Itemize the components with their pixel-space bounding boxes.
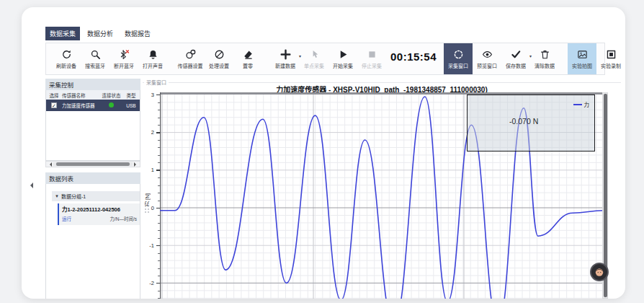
search-icon [89, 48, 102, 61]
data-item-status: 运行 [62, 215, 71, 222]
experiment-record-button[interactable]: 实验录制 [596, 43, 625, 74]
data-item-axes: 力/N—时间/s [109, 215, 137, 222]
disconnect-bluetooth-button[interactable]: 断开蓝牙 [109, 43, 138, 74]
y-tick-label: 1 [143, 167, 154, 173]
eraser-icon [242, 48, 254, 61]
data-group-label: 数据分组-1 [61, 193, 86, 200]
toolbar-button-label: 单点采集 [304, 62, 324, 69]
col-select-header: 选择 [46, 92, 62, 99]
app-window: 数据采集 数据分析 数据报告 刷新设备搜索蓝牙断开蓝牙打开声音传感器设置处理设置… [22, 7, 625, 299]
new-data-button[interactable]: ▾新建数据 [271, 43, 300, 74]
avatar-face-icon [594, 266, 605, 278]
toolbar-button-label: 保存数据 [506, 62, 526, 69]
snapshot-icon [576, 48, 589, 61]
tab-data-collect[interactable]: 数据采集 [45, 27, 80, 40]
clear-data-button[interactable]: 清除数据 [530, 43, 559, 74]
dashed-circle-icon [452, 48, 465, 61]
tab-bar: 数据采集 数据分析 数据报告 [45, 27, 155, 40]
tab-data-report[interactable]: 数据报告 [120, 27, 155, 40]
stop-collect-button[interactable]: 停止采集 [357, 43, 386, 74]
col-type-header: 类型 [123, 92, 139, 99]
sensor-settings-button[interactable]: 传感器设置 [176, 43, 205, 74]
stop-icon [366, 48, 378, 61]
plus-icon [279, 48, 292, 61]
experiment-snapshot-button[interactable]: 实验拍图 [568, 43, 596, 74]
single-point-button[interactable]: 单点采集 [300, 43, 328, 74]
preview-window-button[interactable]: 预览窗口 [473, 43, 501, 74]
refresh-device-button[interactable]: 刷新设备 [52, 43, 81, 74]
data-group-row[interactable]: ▼ 数据分组-1 [52, 191, 140, 201]
bell-icon [147, 48, 159, 61]
chart-legend: 力 [573, 100, 590, 108]
legend-series-label: 力 [584, 100, 590, 108]
sensor-table: 选择 传感器名称 连接状态 类型 ✓ 力加速度传感器 USB [45, 90, 140, 161]
toolbar-button-label: 新建数据 [275, 62, 295, 69]
data-item-card[interactable]: 力1-2-20251112-042506 运行 力/N—时间/s [58, 203, 140, 225]
data-item-title: 力1-2-20251112-042506 [62, 205, 140, 213]
record-icon [605, 48, 617, 61]
sensor-name: 力加速度传感器 [62, 102, 99, 109]
zero-button[interactable]: 置零 [233, 43, 262, 74]
start-collect-button[interactable]: 开始采集 [328, 43, 357, 74]
search-bluetooth-button[interactable]: 搜索蓝牙 [81, 43, 109, 74]
collection-timer: 00:15:54 [390, 50, 437, 63]
data-list-panel-header: 数据列表 [45, 172, 140, 184]
y-tick-label: 0 [143, 205, 154, 211]
toolbar-button-label: 刷新设备 [56, 62, 76, 69]
left-sidebar: 采集控制 选择 传感器名称 连接状态 类型 ✓ 力加速度传感器 USB [45, 79, 140, 299]
tab-data-analysis[interactable]: 数据分析 [83, 27, 117, 40]
toolbar-button-label: 实验录制 [601, 62, 621, 69]
desktop-background: 数据采集 数据分析 数据报告 刷新设备搜索蓝牙断开蓝牙打开声音传感器设置处理设置… [0, 0, 644, 303]
annotation-value: -0.070 N [509, 117, 538, 126]
scrollbar-thumb[interactable] [56, 162, 129, 166]
toolbar-button-label: 搜索蓝牙 [85, 62, 105, 69]
collect-control-panel-header: 采集控制 [45, 79, 140, 90]
toolbar-button-label: 断开蓝牙 [114, 62, 134, 69]
sensor-table-header: 选择 传感器名称 连接状态 类型 [46, 90, 140, 100]
scroll-right-icon[interactable] [134, 162, 138, 167]
y-tick-label: -2 [143, 280, 154, 286]
play-icon [337, 48, 349, 61]
check-icon [510, 48, 522, 61]
horizontal-scrollbar[interactable] [45, 161, 140, 167]
frame-line [143, 82, 621, 83]
sensor-icon [184, 48, 197, 61]
toolbar-button-label: 预览窗口 [477, 62, 497, 69]
eye-icon [481, 48, 493, 61]
tap-icon [308, 48, 321, 61]
process-settings-button[interactable]: 处理设置 [205, 43, 233, 74]
y-tick-label: 2 [143, 129, 154, 136]
sensor-checkbox[interactable]: ✓ [51, 102, 57, 108]
bluetooth-disconnect-icon [118, 48, 130, 61]
col-name-header: 传感器名称 [62, 92, 99, 99]
collect-window-button[interactable]: 采集窗口 [444, 43, 473, 74]
assistant-avatar-button[interactable] [590, 263, 609, 281]
toolbar-button-label: 清除数据 [535, 62, 555, 69]
sensor-row[interactable]: ✓ 力加速度传感器 USB [46, 100, 140, 111]
toolbar-button-label: 打开声音 [143, 62, 163, 69]
refresh-icon [61, 48, 73, 61]
gauge-icon [213, 48, 225, 61]
zoom-selection-region: 力 -0.070 N [467, 95, 595, 152]
save-data-button[interactable]: ▾保存数据 [501, 43, 530, 74]
toolbar-button-label: 处理设置 [209, 62, 229, 69]
sensor-type: USB [123, 103, 139, 108]
status-dot [109, 102, 114, 107]
scroll-left-icon[interactable] [48, 162, 52, 167]
main-toolbar: 刷新设备搜索蓝牙断开蓝牙打开声音传感器设置处理设置置零▾新建数据单点采集开始采集… [45, 43, 605, 75]
sound-on-button[interactable]: 打开声音 [138, 43, 167, 74]
chart-plot-area[interactable]: 力 -0.070 N [160, 92, 604, 299]
y-tick-label: -1 [143, 242, 154, 249]
toolbar-button-label: 开始采集 [333, 62, 353, 69]
chevron-down-icon: ▼ [55, 194, 59, 198]
toolbar-button-label: 停止采集 [362, 62, 382, 69]
toolbar-button-label: 采集窗口 [448, 62, 468, 69]
collapse-panel-icon[interactable] [27, 183, 33, 188]
toolbar-button-label: 传感器设置 [178, 62, 203, 69]
y-tick-label: 3 [143, 92, 154, 98]
trash-icon [539, 48, 551, 61]
data-tree: ▼ 数据分组-1 力1-2-20251112-042506 运行 力/N—时间/… [45, 184, 140, 299]
toolbar-button-label: 置零 [243, 62, 253, 69]
collect-window-frame-label: 采集窗口 [144, 79, 169, 86]
legend-line-swatch [573, 104, 582, 105]
